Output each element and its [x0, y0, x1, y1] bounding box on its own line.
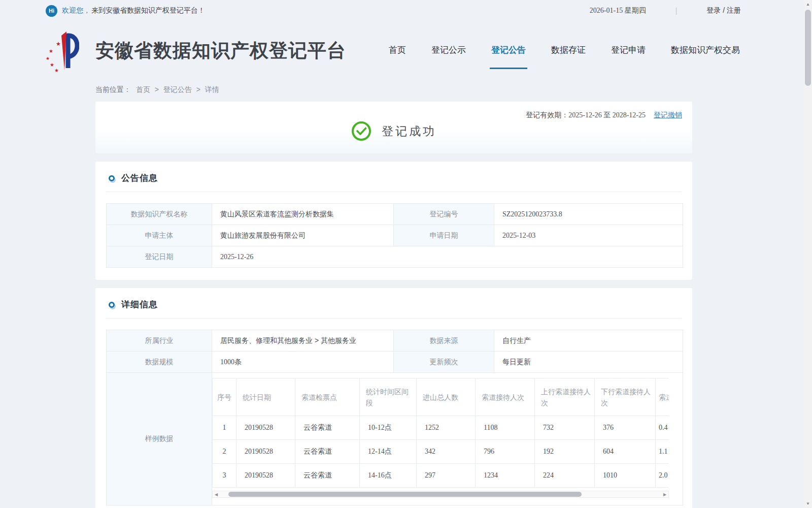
field-label: 数据规模	[107, 352, 212, 373]
cell: 342	[417, 440, 476, 464]
column-header: 上行索道接待人次	[535, 378, 595, 416]
breadcrumb-home[interactable]: 首页	[136, 85, 150, 93]
column-header: 索道检票点	[295, 378, 360, 416]
detail-section-header: 详细信息	[106, 288, 682, 319]
field-value: 居民服务、修理和其他服务业 > 其他服务业	[212, 330, 394, 352]
scroll-left-icon[interactable]: ◀	[213, 491, 220, 497]
field-label: 申请日期	[394, 225, 494, 246]
vertical-scrollbar[interactable]: ▲ ▼	[804, 0, 812, 508]
site-header: ★ ★ ★ ★ ★ 安徽省数据知识产权登记平台 首页 登记公示 登记公告 数据存…	[0, 21, 812, 84]
section-ring-icon	[109, 175, 115, 181]
field-value: 1000条	[212, 352, 394, 373]
cell: 1.1	[656, 440, 669, 464]
sample-row: 1 20190528 云谷索道 10-12点 1252 1108 732 376…	[213, 416, 669, 440]
svg-text:★: ★	[54, 68, 59, 72]
svg-text:★: ★	[50, 62, 54, 68]
field-label: 申请主体	[107, 225, 212, 246]
field-label: 数据来源	[394, 330, 494, 352]
cell: 224	[535, 464, 595, 488]
field-label: 登记日期	[107, 246, 212, 268]
section-ring-icon	[109, 302, 115, 308]
field-label: 数据知识产权名称	[107, 204, 212, 225]
table-row: 登记日期 2025-12-26	[107, 246, 683, 268]
svg-text:★: ★	[56, 41, 61, 47]
breadcrumb-prefix: 当前位置：	[95, 85, 131, 93]
column-header: 进山总人数	[417, 378, 476, 416]
hi-bubble-icon: Hi	[46, 5, 57, 17]
announcement-info-card: 公告信息 数据知识产权名称 黄山风景区索道客流监测分析数据集 登记编号 SZ20…	[95, 162, 692, 280]
field-value: 自行生产	[494, 330, 683, 352]
welcome-text: 来到安徽省数据知识产权登记平台！	[91, 6, 205, 15]
column-header: 索道	[656, 378, 669, 416]
field-label: 登记编号	[394, 204, 494, 225]
welcome-highlight: 欢迎您，	[62, 6, 90, 15]
sample-table-viewport: 序号 统计日期 索道检票点 统计时间区间段 进山总人数 索道接待人次 上行索道接…	[212, 378, 669, 488]
nav-registration-announcement[interactable]: 登记公告	[490, 42, 527, 60]
cell: 20190528	[236, 440, 295, 464]
nav-registration-apply[interactable]: 登记申请	[610, 42, 647, 60]
topbar: Hi 欢迎您， 来到安徽省数据知识产权登记平台！ 2026-01-15 星期四 …	[0, 0, 812, 21]
breadcrumb-current: 详情	[205, 85, 219, 93]
login-register-link[interactable]: 登录 / 注册	[706, 6, 741, 15]
svg-text:★: ★	[49, 48, 53, 54]
scroll-up-icon[interactable]: ▲	[804, 0, 812, 9]
field-value: 2025-12-26	[212, 246, 683, 268]
detail-section-title: 详细信息	[121, 299, 158, 310]
cell: 2.0	[656, 464, 669, 488]
current-date: 2026-01-15 星期四	[590, 6, 646, 15]
registration-status-banner: 登记有效期：2025-12-26 至 2028-12-25登记撤销 登记成功	[95, 102, 692, 153]
announcement-section-header: 公告信息	[106, 162, 682, 192]
scroll-right-icon[interactable]: ▶	[661, 491, 668, 497]
cell: 云谷索道	[295, 416, 360, 440]
column-header: 索道接待人次	[476, 378, 535, 416]
table-row: 数据规模 1000条 更新频次 每日更新	[107, 352, 683, 373]
breadcrumb-separator: >	[196, 85, 200, 93]
cell: 12-14点	[360, 440, 417, 464]
topbar-right: 2026-01-15 星期四 | 登录 / 注册	[590, 6, 741, 15]
scroll-down-icon[interactable]: ▼	[804, 499, 812, 508]
detail-info-card: 详细信息 所属行业 居民服务、修理和其他服务业 > 其他服务业 数据来源 自行生…	[95, 288, 692, 508]
main-content: 登记有效期：2025-12-26 至 2028-12-25登记撤销 登记成功 公…	[95, 102, 692, 508]
cell: 10-12点	[360, 416, 417, 440]
cell: 3	[213, 464, 236, 488]
cell: 192	[535, 440, 595, 464]
cell: 1010	[595, 464, 656, 488]
nav-data-deposit[interactable]: 数据存证	[550, 42, 587, 60]
horizontal-scroll-track[interactable]	[220, 491, 661, 497]
field-label: 所属行业	[107, 330, 212, 352]
vertical-scroll-thumb[interactable]	[805, 10, 811, 86]
breadcrumb-separator: >	[155, 85, 159, 93]
field-label: 更新频次	[394, 352, 494, 373]
field-value: 每日更新	[494, 352, 683, 373]
cell: 796	[476, 440, 535, 464]
column-header: 下行索道接待人次	[595, 378, 656, 416]
sample-row: 2 20190528 云谷索道 12-14点 342 796 192 604 1…	[213, 440, 669, 464]
breadcrumb-section[interactable]: 登记公告	[163, 85, 192, 93]
cell: 604	[595, 440, 656, 464]
horizontal-scrollbar[interactable]: ◀ ▶	[212, 491, 669, 498]
cell: 0.4	[656, 416, 669, 440]
announcement-table: 数据知识产权名称 黄山风景区索道客流监测分析数据集 登记编号 SZ2025120…	[106, 203, 683, 268]
cell: 2	[213, 440, 236, 464]
sample-data-table: 序号 统计日期 索道检票点 统计时间区间段 进山总人数 索道接待人次 上行索道接…	[212, 378, 669, 488]
site-title: 安徽省数据知识产权登记平台	[95, 38, 346, 64]
success-text: 登记成功	[382, 123, 436, 139]
cell: 14-16点	[360, 464, 417, 488]
cell: 20190528	[236, 416, 295, 440]
table-row: 数据知识产权名称 黄山风景区索道客流监测分析数据集 登记编号 SZ2025120…	[107, 204, 683, 225]
cell: 20190528	[236, 464, 295, 488]
nav-data-ip-trade[interactable]: 数据知识产权交易	[670, 42, 741, 60]
cell: 云谷索道	[295, 464, 360, 488]
field-value: 黄山旅游发展股份有限公司	[212, 225, 394, 246]
cell: 1108	[476, 416, 535, 440]
horizontal-scroll-thumb[interactable]	[228, 492, 582, 497]
cell: 1252	[417, 416, 476, 440]
column-header: 统计时间区间段	[360, 378, 417, 416]
field-value: SZ2025120023733.8	[494, 204, 683, 225]
sample-header-row: 序号 统计日期 索道检票点 统计时间区间段 进山总人数 索道接待人次 上行索道接…	[213, 378, 669, 416]
svg-text:★: ★	[46, 56, 50, 61]
main-nav: 首页 登记公示 登记公告 数据存证 登记申请 数据知识产权交易	[388, 42, 741, 60]
nav-registration-publicity[interactable]: 登记公示	[430, 42, 467, 60]
column-header: 统计日期	[236, 378, 295, 416]
nav-home[interactable]: 首页	[388, 42, 407, 60]
